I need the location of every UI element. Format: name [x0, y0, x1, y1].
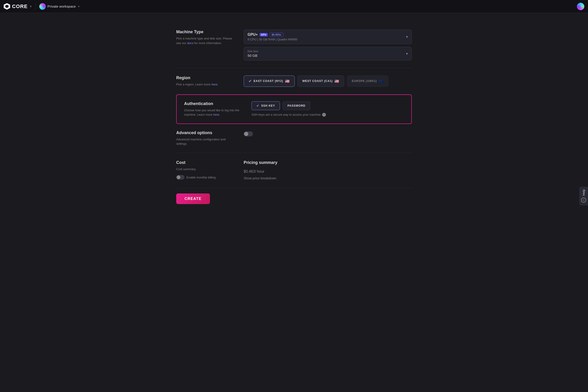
monthly-billing-toggle[interactable]	[176, 175, 185, 180]
machine-type-desc: Pick a machine type and disk size. Pleas…	[176, 36, 236, 45]
machine-name: GPU+	[248, 32, 258, 37]
auth-label: Authentication	[184, 101, 244, 106]
cost-desc: Cost summary.	[176, 167, 236, 172]
machine-dropdown-chevron: ▾	[406, 35, 408, 39]
region-ca1-button[interactable]: WEST COAST (CA1) 🇺🇸	[297, 76, 344, 87]
header: CORE ▾ Private workspace ▾	[0, 0, 588, 13]
region-ny2-flag: 🇺🇸	[285, 79, 290, 83]
header-right	[577, 3, 584, 10]
region-buttons: ✔ EAST COAST (NY2) 🇺🇸 WEST COAST (CA1) 🇺…	[244, 76, 412, 87]
ssh-key-label: SSH KEY	[261, 104, 275, 107]
workspace-chevron[interactable]: ▾	[78, 5, 80, 8]
advanced-desc: Advanced machine configuration and setti…	[176, 137, 236, 146]
logo[interactable]: CORE ▾	[4, 3, 32, 10]
authentication-section: Authentication Choose how you would like…	[176, 94, 412, 124]
disk-size-value: 50 GB	[248, 54, 258, 58]
region-desc: Pick a region. Learn more here.	[176, 82, 236, 87]
pricing-period: / hour	[255, 170, 264, 174]
region-ca1-label: WEST COAST (CA1)	[302, 80, 333, 83]
auth-note: SSH keys are a secure way to access your…	[252, 113, 404, 116]
workspace-selector[interactable]: Private workspace ▾	[39, 3, 80, 10]
region-label-col: Region Pick a region. Learn more here.	[176, 76, 236, 87]
region-ca1-flag: 🇺🇸	[334, 79, 339, 83]
advanced-toggle[interactable]	[244, 131, 253, 136]
user-avatar[interactable]	[577, 3, 584, 10]
advanced-section: Advanced options Advanced machine config…	[176, 124, 412, 153]
region-ny2-button[interactable]: ✔ EAST COAST (NY2) 🇺🇸	[244, 76, 295, 87]
region-ams1-label: EUROPE (AMS1)	[352, 80, 377, 83]
cost-label-group: Cost Cost summary.	[176, 160, 236, 172]
show-breakdown-link[interactable]: Show price breakdown	[244, 176, 276, 180]
machine-type-dropdown[interactable]: GPU+ GPU $0.45/hr 8 CPU | 30 GB RAM | Qu…	[244, 30, 412, 44]
footer: CREATE	[176, 188, 412, 204]
password-label: PASSWORD	[288, 104, 306, 107]
advanced-label-col: Advanced options Advanced machine config…	[176, 130, 236, 146]
pricing-amount: $0.463/ hour	[244, 167, 412, 174]
disk-size-label: Disk Size	[248, 50, 258, 53]
auth-label-col: Authentication Choose how you would like…	[184, 101, 244, 117]
workspace-name: Private workspace	[48, 4, 76, 8]
gpu-badge: GPU	[260, 33, 268, 36]
cost-section: Cost Cost summary. Enable monthly billin…	[176, 153, 412, 188]
cost-left: Cost Cost summary. Enable monthly billin…	[176, 160, 236, 180]
disk-size-dropdown[interactable]: Disk Size 50 GB ▾	[244, 47, 412, 60]
logo-chevron[interactable]: ▾	[30, 5, 32, 8]
info-icon: i	[322, 113, 326, 116]
auth-here-link[interactable]: here	[213, 113, 219, 116]
disk-size-info: Disk Size 50 GB	[248, 50, 258, 58]
pricing-summary-col: Pricing summary $0.463/ hour Show price …	[244, 160, 412, 180]
region-ny2-label: EAST COAST (NY2)	[254, 80, 283, 83]
monthly-billing-label: Enable monthly billing	[186, 176, 216, 179]
auth-controls: ✔ SSH KEY PASSWORD SSH keys are a secure…	[252, 101, 404, 117]
machine-type-docs-link[interactable]: docs	[187, 41, 193, 45]
region-ams1-button[interactable]: EUROPE (AMS1) 🇪🇺	[347, 76, 388, 87]
region-section: Region Pick a region. Learn more here. ✔…	[176, 68, 412, 94]
advanced-toggle-knob	[244, 132, 248, 136]
price-badge: $0.45/hr	[270, 32, 283, 37]
disk-dropdown-chevron: ▾	[406, 52, 408, 56]
header-divider	[35, 3, 36, 10]
advanced-label: Advanced options	[176, 130, 236, 135]
help-panel[interactable]: Help ⊙	[579, 187, 588, 206]
auth-buttons: ✔ SSH KEY PASSWORD	[252, 101, 404, 110]
auth-desc: Choose how you would like to log into th…	[184, 108, 244, 117]
monthly-billing-row: Enable monthly billing	[176, 175, 236, 180]
machine-info: GPU+ GPU $0.45/hr 8 CPU | 30 GB RAM | Qu…	[248, 32, 297, 41]
auth-note-text: SSH keys are a secure way to access your…	[252, 113, 321, 116]
workspace-avatar	[39, 3, 46, 10]
machine-controls: GPU+ GPU $0.45/hr 8 CPU | 30 GB RAM | Qu…	[244, 30, 412, 60]
help-icon: ⊙	[581, 198, 586, 202]
region-label: Region	[176, 76, 236, 80]
region-ny2-check: ✔	[249, 79, 252, 83]
create-button[interactable]: CREATE	[176, 194, 210, 204]
ssh-check-icon: ✔	[256, 104, 259, 108]
region-ams1-flag: 🇪🇺	[379, 79, 384, 83]
pricing-value: $0.463	[244, 170, 255, 174]
machine-type-section: Machine Type Pick a machine type and dis…	[176, 22, 412, 68]
monthly-billing-knob	[177, 176, 180, 179]
machine-specs: 8 CPU | 30 GB RAM | Quadro M4000	[248, 38, 297, 41]
region-here-link[interactable]: here	[211, 83, 217, 86]
machine-type-label-col: Machine Type Pick a machine type and dis…	[176, 30, 236, 60]
help-label: Help	[582, 190, 585, 196]
machine-title-row: GPU+ GPU $0.45/hr	[248, 32, 297, 37]
machine-type-label: Machine Type	[176, 30, 236, 34]
pricing-summary-label: Pricing summary	[244, 160, 412, 165]
advanced-controls	[244, 130, 412, 146]
password-button[interactable]: PASSWORD	[283, 101, 310, 110]
logo-icon	[4, 3, 10, 10]
logo-text: CORE	[12, 4, 28, 10]
ssh-key-button[interactable]: ✔ SSH KEY	[252, 101, 280, 110]
main-content: Machine Type Pick a machine type and dis…	[167, 13, 421, 222]
cost-label: Cost	[176, 160, 236, 165]
